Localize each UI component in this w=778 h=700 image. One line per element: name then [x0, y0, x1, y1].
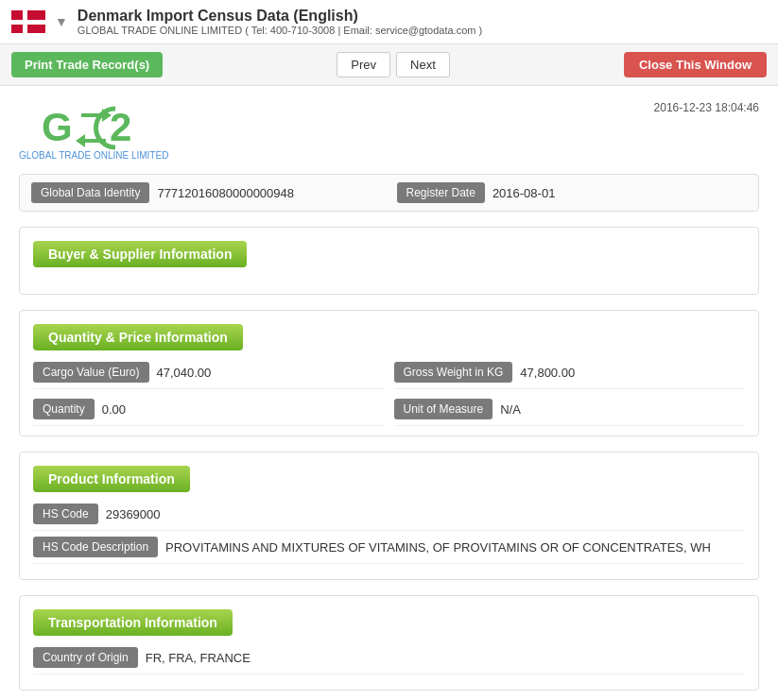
- cargo-value-row: Cargo Value (Euro) 47,040.00: [33, 362, 385, 389]
- next-button[interactable]: Next: [396, 52, 450, 77]
- transportation-header: Transportation Information: [33, 609, 233, 636]
- gross-weight-row: Gross Weight in KG 47,800.00: [394, 362, 746, 389]
- gross-weight-label: Gross Weight in KG: [394, 362, 513, 383]
- quantity-price-header: Quantity & Price Information: [33, 324, 243, 350]
- identity-value: 77712016080000000948: [157, 186, 381, 200]
- hs-code-row: HS Code 29369000: [33, 504, 745, 531]
- quantity-price-fields: Cargo Value (Euro) 47,040.00 Gross Weigh…: [33, 362, 745, 426]
- product-header: Product Information: [33, 466, 190, 492]
- quantity-value: 0.00: [102, 402, 385, 417]
- svg-text:2: 2: [110, 105, 131, 149]
- company-logo: G 2 GLOBAL TRADE ONLINE LIMITED: [19, 101, 168, 161]
- svg-text:G: G: [42, 105, 73, 149]
- header-title-area: Denmark Import Census Data (English) GLO…: [78, 8, 767, 36]
- cargo-value-value: 47,040.00: [157, 366, 385, 380]
- transportation-section: Transportation Information Country of Or…: [19, 595, 759, 691]
- identity-pair: Global Data Identity 7771201608000000094…: [31, 182, 382, 203]
- buyer-supplier-header: Buyer & Supplier Information: [33, 241, 247, 267]
- product-section: Product Information HS Code 29369000 HS …: [19, 452, 759, 580]
- global-data-row: Global Data Identity 7771201608000000094…: [19, 174, 759, 212]
- country-of-origin-row: Country of Origin FR, FRA, FRANCE: [33, 647, 745, 674]
- unit-of-measure-row: Unit of Measure N/A: [394, 399, 746, 426]
- hs-description-row: HS Code Description PROVITAMINS AND MIXT…: [33, 537, 745, 564]
- country-of-origin-value: FR, FRA, FRANCE: [146, 651, 745, 665]
- register-value: 2016-08-01: [493, 186, 747, 200]
- quantity-label: Quantity: [33, 399, 95, 419]
- toolbar: Print Trade Record(s) Prev Next Close Th…: [0, 44, 778, 86]
- hs-description-label: HS Code Description: [33, 537, 158, 557]
- print-button[interactable]: Print Trade Record(s): [11, 52, 163, 77]
- cargo-value-label: Cargo Value (Euro): [33, 362, 149, 383]
- unit-of-measure-value: N/A: [500, 402, 745, 417]
- gto-logo-icon: G 2: [32, 101, 155, 158]
- timestamp: 2016-12-23 18:04:46: [654, 101, 759, 114]
- country-of-origin-label: Country of Origin: [33, 647, 138, 668]
- svg-marker-7: [76, 134, 85, 147]
- page-subtitle: GLOBAL TRADE ONLINE LIMITED ( Tel: 400-7…: [78, 25, 767, 36]
- hs-code-label: HS Code: [33, 504, 98, 524]
- prev-button[interactable]: Prev: [337, 52, 390, 77]
- company-name-logo: GLOBAL TRADE ONLINE LIMITED: [19, 150, 168, 161]
- denmark-flag-icon: [11, 10, 45, 33]
- register-pair: Register Date 2016-08-01: [397, 182, 748, 203]
- product-fields: HS Code 29369000 HS Code Description PRO…: [33, 504, 745, 564]
- hs-description-value: PROVITAMINS AND MIXTURES OF VITAMINS, OF…: [165, 540, 745, 555]
- page-title: Denmark Import Census Data (English): [78, 8, 767, 25]
- logo-row: G 2 GLOBAL TRADE ONLINE LIMITED 2016-12-…: [19, 101, 759, 161]
- quantity-row: Quantity 0.00: [33, 399, 385, 426]
- main-content: G 2 GLOBAL TRADE ONLINE LIMITED 2016-12-…: [0, 86, 778, 700]
- identity-label: Global Data Identity: [31, 182, 149, 203]
- hs-code-value: 29369000: [106, 507, 745, 521]
- quantity-price-section: Quantity & Price Information Cargo Value…: [19, 310, 759, 436]
- header-bar: ▼ Denmark Import Census Data (English) G…: [0, 0, 778, 44]
- register-label: Register Date: [397, 182, 485, 203]
- close-button[interactable]: Close This Window: [624, 52, 767, 77]
- dropdown-arrow-icon[interactable]: ▼: [55, 14, 68, 29]
- unit-of-measure-label: Unit of Measure: [394, 399, 493, 419]
- svg-rect-2: [11, 20, 45, 25]
- buyer-supplier-section: Buyer & Supplier Information: [19, 227, 759, 295]
- transportation-fields: Country of Origin FR, FRA, FRANCE: [33, 647, 745, 674]
- gross-weight-value: 47,800.00: [520, 366, 745, 380]
